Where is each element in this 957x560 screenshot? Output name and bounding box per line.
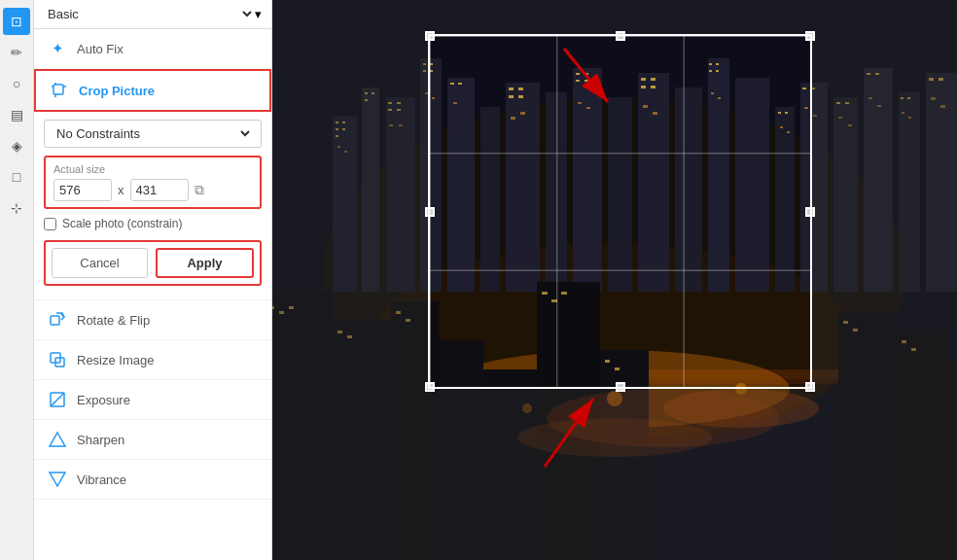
svg-rect-142: [853, 329, 858, 332]
svg-rect-85: [337, 146, 340, 148]
svg-rect-118: [483, 369, 537, 560]
svg-rect-123: [945, 360, 957, 560]
sharpen-tool[interactable]: Sharpen: [34, 420, 271, 460]
resize-image-icon: [48, 350, 67, 369]
svg-rect-44: [365, 92, 368, 94]
auto-fix-tool[interactable]: ✦ Auto Fix: [34, 29, 271, 69]
sidebar-panel: Basic Advanced ▾ ✦ Auto Fix Crop Picture…: [34, 0, 272, 560]
svg-rect-63: [576, 80, 580, 82]
svg-rect-70: [716, 63, 719, 65]
svg-rect-77: [836, 102, 840, 104]
constraint-dropdown[interactable]: No Constraints Original Ratio Square 4:3…: [44, 120, 262, 148]
svg-rect-69: [709, 63, 712, 65]
svg-rect-61: [576, 73, 580, 75]
svg-rect-41: [336, 128, 338, 130]
svg-rect-54: [430, 70, 433, 72]
svg-rect-42: [342, 128, 345, 130]
vibrance-tool[interactable]: Vibrance: [34, 460, 271, 500]
svg-point-125: [517, 418, 712, 457]
svg-rect-135: [406, 319, 410, 322]
svg-text:−: −: [59, 395, 63, 401]
svg-rect-130: [279, 311, 284, 314]
layers-tool-btn[interactable]: ▤: [3, 101, 30, 128]
svg-rect-104: [838, 117, 842, 119]
height-input[interactable]: [130, 179, 189, 201]
svg-rect-122: [897, 331, 945, 560]
svg-rect-93: [520, 112, 525, 115]
svg-rect-114: [272, 292, 333, 560]
svg-rect-35: [833, 97, 858, 292]
palette-tool-btn[interactable]: ◈: [3, 132, 30, 159]
rotate-flip-icon: [48, 310, 67, 330]
rotate-flip-label: Rotate & Flip: [77, 313, 150, 328]
auto-fix-label: Auto Fix: [77, 42, 124, 56]
svg-rect-121: [838, 311, 897, 560]
svg-rect-20: [362, 88, 379, 292]
svg-rect-36: [864, 68, 893, 292]
svg-rect-26: [546, 92, 567, 292]
svg-rect-137: [551, 299, 557, 302]
svg-rect-48: [397, 102, 401, 104]
draw-tool-btn[interactable]: ✏: [3, 39, 30, 66]
circle-tool-btn[interactable]: ○: [3, 70, 30, 97]
svg-rect-72: [716, 70, 719, 72]
svg-marker-13: [50, 472, 65, 486]
cancel-button[interactable]: Cancel: [52, 248, 148, 278]
auto-fix-icon: ✦: [48, 39, 67, 58]
svg-rect-102: [804, 107, 808, 109]
svg-rect-129: [272, 306, 274, 309]
rect-tool-btn[interactable]: □: [3, 163, 30, 191]
svg-rect-67: [641, 86, 646, 88]
svg-rect-45: [372, 92, 374, 94]
constraint-select[interactable]: No Constraints Original Ratio Square 4:3…: [53, 125, 253, 142]
width-input[interactable]: [53, 179, 112, 201]
svg-rect-22: [420, 58, 442, 292]
vibrance-icon: [48, 470, 67, 489]
svg-rect-95: [586, 107, 590, 109]
crop-tool-btn[interactable]: ⊡: [3, 8, 30, 35]
exposure-tool[interactable]: + − Exposure: [34, 380, 271, 420]
svg-rect-53: [423, 70, 426, 72]
svg-rect-29: [638, 73, 669, 292]
x-separator: x: [118, 183, 124, 197]
svg-rect-87: [389, 124, 393, 126]
dropdown-arrow-icon: ▾: [255, 7, 262, 21]
sidebar-category-dropdown[interactable]: Basic Advanced ▾: [34, 0, 271, 29]
svg-rect-37: [899, 92, 920, 292]
svg-rect-103: [813, 115, 817, 117]
svg-rect-57: [509, 88, 514, 90]
svg-rect-51: [423, 63, 426, 65]
svg-rect-79: [867, 73, 870, 75]
svg-rect-74: [785, 112, 788, 114]
copy-size-icon[interactable]: ⧉: [195, 182, 204, 198]
svg-rect-140: [615, 368, 620, 370]
svg-rect-23: [447, 78, 475, 292]
svg-rect-138: [561, 292, 567, 295]
svg-rect-96: [643, 105, 648, 108]
svg-rect-89: [425, 92, 428, 94]
rotate-flip-tool[interactable]: Rotate & Flip: [34, 300, 271, 340]
svg-rect-117: [440, 340, 483, 560]
svg-rect-141: [843, 321, 848, 324]
crop-picture-tool[interactable]: Crop Picture: [34, 69, 271, 112]
apply-button[interactable]: Apply: [156, 248, 254, 278]
svg-rect-78: [845, 102, 849, 104]
resize-image-label: Resize Image: [77, 353, 154, 368]
scale-photo-checkbox[interactable]: [44, 218, 56, 230]
exposure-icon: + −: [48, 390, 67, 409]
svg-point-126: [607, 391, 622, 406]
svg-rect-101: [787, 131, 790, 133]
svg-rect-111: [940, 105, 945, 108]
svg-rect-100: [780, 126, 783, 128]
resize-image-tool[interactable]: Resize Image: [34, 340, 271, 380]
svg-rect-134: [396, 311, 401, 314]
svg-rect-84: [939, 78, 943, 81]
svg-rect-139: [605, 360, 610, 363]
svg-text:+: +: [53, 400, 56, 405]
category-select[interactable]: Basic Advanced: [44, 6, 255, 22]
svg-rect-86: [344, 151, 347, 153]
svg-rect-34: [800, 83, 828, 292]
svg-point-128: [522, 403, 532, 413]
svg-rect-91: [453, 102, 457, 104]
select-tool-btn[interactable]: ⊹: [3, 194, 30, 222]
